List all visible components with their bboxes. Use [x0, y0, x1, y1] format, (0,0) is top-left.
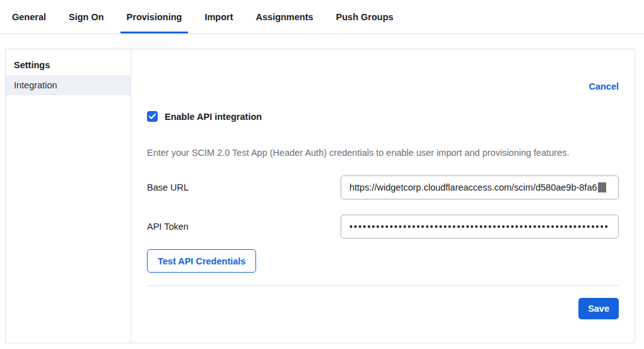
tab-sign-on[interactable]: Sign On [62, 0, 110, 33]
enable-api-checkbox[interactable] [147, 111, 158, 122]
cancel-link[interactable]: Cancel [588, 81, 619, 92]
settings-sidebar: Settings Integration [6, 49, 131, 343]
footer-divider [147, 285, 619, 286]
base-url-value: https://widgetcorp.cloudflareaccess.com/… [349, 182, 597, 192]
sidebar-item-integration[interactable]: Integration [6, 75, 131, 95]
api-token-label: API Token [147, 222, 341, 232]
base-url-input[interactable]: https://widgetcorp.cloudflareaccess.com/… [341, 175, 619, 199]
integration-settings-main: Cancel Enable API integration Enter your… [131, 49, 635, 343]
save-button[interactable]: Save [578, 298, 619, 319]
tab-general[interactable]: General [6, 0, 52, 33]
base-url-label: Base URL [147, 182, 341, 192]
text-selection-block [598, 182, 606, 192]
test-credentials-row: Test API Credentials [147, 249, 619, 273]
app-tab-bar: General Sign On Provisioning Import Assi… [0, 0, 644, 34]
tab-provisioning[interactable]: Provisioning [120, 0, 189, 33]
checkmark-icon [149, 114, 156, 119]
base-url-row: Base URL https://widgetcorp.cloudflareac… [147, 175, 619, 199]
cancel-row: Cancel [147, 81, 619, 93]
provisioning-panel: Settings Integration Cancel Enable API i… [5, 49, 635, 343]
tab-assignments[interactable]: Assignments [250, 0, 320, 33]
api-token-input[interactable]: ••••••••••••••••••••••••••••••••••••••••… [341, 215, 619, 239]
tab-import[interactable]: Import [198, 0, 239, 33]
enable-api-label[interactable]: Enable API integration [165, 112, 262, 122]
api-token-masked-value: ••••••••••••••••••••••••••••••••••••••••… [349, 222, 609, 232]
api-token-row: API Token ••••••••••••••••••••••••••••••… [147, 215, 619, 239]
enable-api-row: Enable API integration [147, 111, 619, 122]
save-row: Save [147, 298, 619, 319]
test-api-credentials-button[interactable]: Test API Credentials [147, 249, 256, 273]
credentials-description: Enter your SCIM 2.0 Test App (Header Aut… [147, 148, 619, 158]
tab-push-groups[interactable]: Push Groups [330, 0, 400, 33]
sidebar-heading: Settings [6, 55, 131, 75]
